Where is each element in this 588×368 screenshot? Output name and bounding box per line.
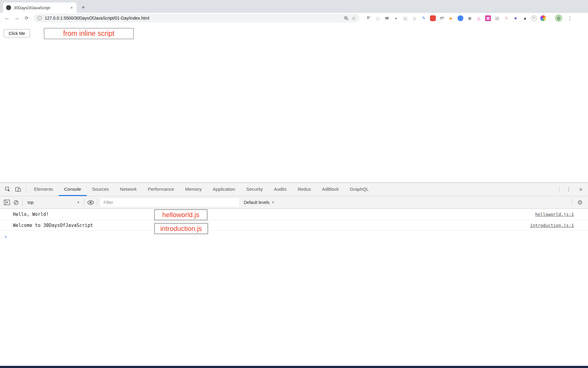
grey-stack-extension-icon[interactable]: ▤ [494, 15, 500, 21]
pink-square-extension-icon[interactable]: ▦ [485, 15, 491, 21]
site-favicon-icon [6, 5, 11, 10]
blue-globe-extension-icon[interactable] [458, 15, 463, 21]
red-ring-extension-icon[interactable]: ○ [503, 15, 509, 21]
divider [26, 186, 26, 193]
source-link[interactable]: introduction.js:1 [530, 223, 574, 228]
browser-window: 30DaysOfJavaScript × + ← → ⟳ i 127.0.0.1… [0, 0, 588, 368]
tab-graphql[interactable]: GraphQL [344, 183, 374, 196]
divider [84, 199, 84, 206]
tab-strip: 30DaysOfJavaScript × + [0, 0, 588, 13]
tab-sources[interactable]: Sources [87, 183, 115, 196]
camera-extension-icon[interactable]: ◉ [467, 15, 473, 21]
clear-console-icon[interactable] [11, 200, 21, 205]
tab-elements[interactable]: Elements [28, 183, 59, 196]
browser-toolbar: ← → ⟳ i 127.0.0.1:5500/30DaysOfJavaScrip… [0, 13, 588, 23]
split-columns-extension-icon[interactable]: ▮▮ [384, 15, 390, 21]
divider [22, 199, 23, 206]
devtools-tab-bar: Elements Console Sources Network Perform… [0, 183, 588, 196]
profile-avatar[interactable]: {} [555, 14, 562, 22]
console-message-text: Welcome to 30DaysOfJavaScript [13, 223, 93, 228]
bug-extension-icon[interactable]: ● [393, 15, 399, 21]
tab-title: 30DaysOfJavaScript [14, 6, 67, 10]
annotation-badge-text: introduction.js [160, 225, 202, 233]
divider [572, 199, 572, 206]
divider [559, 186, 560, 193]
log-levels-dropdown[interactable]: Default levels ▼ [244, 200, 274, 205]
page-content: Click Me from inline script [0, 23, 588, 182]
console-toolbar: top ▼ Default levels ▼ ⚙ [0, 196, 588, 209]
console-message-text: Hello, World! [13, 212, 49, 217]
pink-triangle-extension-icon[interactable]: △ [476, 15, 482, 21]
context-selector-value: top [28, 200, 33, 205]
console-log: Hello, World! helloworld.js:1 Welcome to… [0, 209, 588, 240]
console-message-row: Welcome to 30DaysOfJavaScript introducti… [0, 220, 588, 231]
f-flag-extension-icon[interactable]: 'F' [366, 15, 371, 21]
console-prompt-chevron-icon: › [4, 233, 7, 240]
tab-adblock[interactable]: AdBlock [316, 183, 344, 196]
tab-application[interactable]: Application [207, 183, 241, 196]
click-me-button[interactable]: Click Me [4, 29, 30, 37]
face-extension-icon[interactable]: ☺ [412, 15, 417, 21]
inline-script-text: from inline script [63, 29, 114, 38]
tab-memory[interactable]: Memory [180, 183, 207, 196]
devtools-panel: Elements Console Sources Network Perform… [0, 182, 588, 368]
tab-close-icon[interactable]: × [70, 5, 74, 10]
inline-script-box: from inline script [44, 28, 134, 39]
browser-menu-icon[interactable]: ⋮ [567, 15, 572, 21]
settings-gear-icon[interactable]: ⚙ [574, 199, 586, 206]
tab-console[interactable]: Console [59, 183, 87, 196]
grid-extension-icon[interactable]: ▦ [402, 15, 408, 21]
rainbow-circle-extension-icon[interactable] [540, 15, 546, 21]
new-tab-button[interactable]: + [81, 4, 85, 11]
tab-audits[interactable]: Audits [268, 183, 292, 196]
tab-network[interactable]: Network [115, 183, 142, 196]
zoom-icon[interactable] [344, 16, 349, 21]
console-message-row: Hello, World! helloworld.js:1 [0, 209, 588, 220]
tab-performance[interactable]: Performance [142, 183, 180, 196]
source-link[interactable]: helloworld.js:1 [535, 212, 574, 217]
inspect-element-icon[interactable] [2, 183, 13, 196]
bottom-window-edge [0, 366, 588, 368]
tab-security[interactable]: Security [241, 183, 268, 196]
filter-input[interactable] [100, 198, 239, 207]
eyedropper-extension-icon[interactable]: ✎ [421, 15, 427, 21]
f-question-extension-icon[interactable]: f? [439, 15, 445, 21]
address-bar[interactable]: i 127.0.0.1:5500/30DaysOfJavaScript/01-D… [34, 14, 360, 22]
chevron-down-icon: ▼ [77, 201, 80, 204]
w-circle-extension-icon[interactable]: W [531, 15, 537, 21]
console-prompt[interactable]: › [0, 231, 588, 240]
browser-tab[interactable]: 30DaysOfJavaScript × [3, 2, 77, 13]
dark-gauge-extension-icon[interactable]: ◕ [522, 15, 528, 21]
back-button[interactable]: ← [3, 15, 11, 21]
page-info-icon[interactable]: i [37, 16, 42, 20]
reload-button[interactable]: ⟳ [23, 15, 31, 21]
forward-button[interactable]: → [13, 15, 21, 21]
context-selector[interactable]: top ▼ [24, 200, 82, 205]
divider [97, 199, 97, 206]
bookmark-star-icon[interactable]: ☆ [352, 15, 356, 21]
console-sidebar-toggle-icon[interactable] [2, 199, 11, 205]
extensions-row: 'F'◎▮▮●▦☺✎f?▶◉△▦▤○♥◕W [366, 15, 546, 21]
annotation-badge-helloworld: helloworld.js [154, 209, 208, 220]
eye-icon[interactable] [86, 200, 95, 205]
orange-horn-extension-icon[interactable]: ▶ [448, 15, 454, 21]
url-text[interactable]: 127.0.0.1:5500/30DaysOfJavaScript/01-Day… [45, 16, 341, 21]
tab-redux[interactable]: Redux [292, 183, 316, 196]
devtools-close-icon[interactable]: × [576, 186, 586, 193]
divider [549, 15, 549, 21]
annotation-badge-text: helloworld.js [162, 211, 199, 219]
stop-hand-extension-icon[interactable] [430, 15, 436, 21]
heart-magnifier-extension-icon[interactable]: ♥ [513, 15, 518, 21]
annotation-badge-introduction: introduction.js [154, 223, 208, 234]
chevron-down-icon: ▼ [272, 201, 274, 204]
devtools-menu-icon[interactable]: ⋮ [563, 186, 575, 192]
device-toolbar-icon[interactable] [13, 183, 23, 196]
faded-target-extension-icon[interactable]: ◎ [375, 15, 381, 21]
log-levels-label: Default levels [244, 200, 270, 205]
